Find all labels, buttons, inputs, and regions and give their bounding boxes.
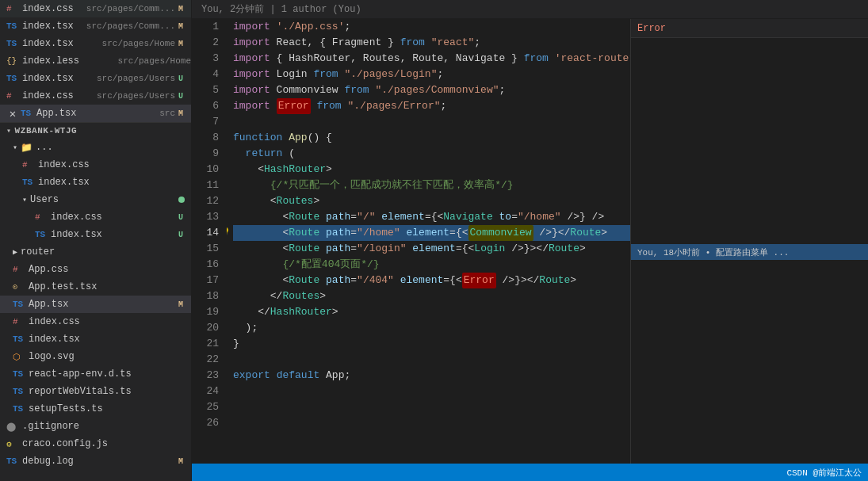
explorer-header[interactable]: ▾ WZBANK-WTJG: [0, 123, 191, 139]
blame-panel: Error You, 18小时前 • 配置路由菜单 ...: [630, 19, 868, 464]
less-icon: {}: [6, 56, 19, 66]
chevron-down-icon: ▾: [22, 195, 27, 204]
sidebar-item-index-tsx-comm[interactable]: TS index.tsx src/pages/Comm... M: [0, 17, 191, 35]
code-line-16: {/*配置404页面*/}: [233, 257, 630, 273]
sidebar-item-gitignore[interactable]: ⬤ .gitignore: [0, 418, 191, 435]
code-line-8: function App() {: [233, 130, 630, 146]
git-info-text: You, 2分钟前 | 1 author (You): [201, 2, 361, 16]
code-editor[interactable]: import './App.css'; import React, { Frag…: [227, 19, 630, 464]
blame-line-11: [631, 197, 868, 212]
ts-icon: TS: [13, 387, 25, 396]
sidebar-item-app-test[interactable]: ⊙ App.test.tsx: [0, 278, 191, 296]
code-line-15: <Route path="/login" element={<Login />}…: [233, 241, 630, 257]
statusbar: CSDN @前端江太公: [192, 464, 868, 481]
blame-line-20: [631, 339, 868, 355]
sidebar-item-app-tsx-tree[interactable]: TS App.tsx M: [0, 296, 191, 313]
code-line-11: {/*只匹配一个，匹配成功就不往下匹配，效率高*/}: [233, 178, 630, 193]
sidebar-item-index-tsx-users[interactable]: TS index.tsx src/pages/Users U: [0, 70, 191, 87]
file-tree: ▾ 📁 ... # index.css TS index.tsx ▾ Users…: [0, 139, 191, 481]
ts-icon: TS: [13, 404, 25, 414]
gitignore-icon: ⬤: [6, 422, 19, 432]
sidebar-item-report[interactable]: TS reportWebVitals.ts: [0, 383, 191, 400]
code-line-1: import './App.css';: [233, 19, 630, 35]
sidebar-item-react-env[interactable]: TS react-app-env.d.ts: [0, 365, 191, 383]
blame-line-13: [631, 228, 868, 244]
blame-line-22: [631, 371, 868, 387]
folder-router[interactable]: ▶ router: [0, 243, 191, 261]
test-icon: ⊙: [13, 282, 25, 292]
chevron-down-icon: ▾: [13, 143, 17, 152]
code-line-2: import React, { Fragment } from "react";: [233, 35, 630, 51]
ts-icon: TS: [13, 369, 25, 379]
blame-line-12: [631, 212, 868, 228]
blame-line-24: [631, 403, 868, 418]
css-icon: #: [13, 265, 25, 274]
close-icon[interactable]: ✕: [6, 107, 19, 120]
ts-icon: TS: [6, 456, 19, 466]
blame-line-1: [631, 38, 868, 54]
blame-line-5: [631, 101, 868, 117]
sidebar-item-index-css-comm[interactable]: # index.css src/pages/Comm... M: [0, 0, 191, 17]
code-line-6: import Error from "./pages/Error";: [233, 98, 630, 114]
blame-line-17: [631, 292, 868, 307]
css-icon: #: [13, 317, 25, 326]
sidebar-item-logo-svg[interactable]: ⬡ logo.svg: [0, 348, 191, 365]
code-line-18: </Routes>: [233, 288, 630, 304]
sidebar-item-index-tsx[interactable]: TS index.tsx: [0, 174, 191, 191]
git-info-bar: You, 2分钟前 | 1 author (You): [192, 0, 868, 19]
modified-dot: [178, 197, 185, 203]
code-line-9: return (: [233, 146, 630, 162]
explorer-root-label: WZBANK-WTJG: [15, 126, 78, 136]
code-line-19: </HashRouter>: [233, 304, 630, 320]
sidebar-item-app-tsx[interactable]: ✕ TS App.tsx src M: [0, 105, 191, 122]
sidebar-item-index-less-home[interactable]: {} index.less src/pages/Home: [0, 52, 191, 70]
code-line-3: import { HashRouter, Routes, Route, Navi…: [233, 51, 630, 67]
blame-line-7: [631, 133, 868, 149]
ts-icon: TS: [6, 39, 19, 48]
blame-line-19: [631, 323, 868, 339]
ts-icon: TS: [21, 109, 33, 118]
chevron-down-icon: ▾: [6, 126, 12, 136]
code-line-10: <HashRouter>: [233, 162, 630, 178]
ts-icon: TS: [6, 21, 19, 31]
blame-line-14: You, 18小时前 • 配置路由菜单 ...: [631, 244, 868, 260]
sidebar-item-app-css[interactable]: # App.css: [0, 261, 191, 278]
blame-line-9: [631, 165, 868, 181]
blame-line-25: [631, 418, 868, 434]
blame-line-26: [631, 434, 868, 450]
code-line-23: export default App;: [233, 368, 630, 384]
css-icon: #: [22, 160, 35, 170]
code-container[interactable]: 12345 678910 111213 14 1516171819 202122…: [192, 19, 868, 464]
sidebar: # index.css src/pages/Comm... M TS index…: [0, 0, 192, 481]
ts-icon: TS: [22, 178, 35, 187]
sidebar-item-index-css[interactable]: # index.css: [0, 156, 191, 174]
sidebar-item-index-css-root[interactable]: # index.css: [0, 313, 191, 330]
code-line-12: <Routes>: [233, 193, 630, 209]
ts-icon: TS: [6, 74, 19, 83]
sidebar-item-index-tsx-u[interactable]: TS index.tsx U: [0, 226, 191, 243]
code-line-17: <Route path="/404" element={<Error />}><…: [233, 273, 630, 288]
code-line-22: [233, 352, 630, 368]
sidebar-item-debug[interactable]: TS debug.log M: [0, 452, 191, 470]
sidebar-item-craco[interactable]: ⚙ craco.config.js: [0, 435, 191, 452]
css-icon: #: [6, 91, 19, 101]
sidebar-item-index-css-u[interactable]: # index.css U: [0, 208, 191, 226]
folder-users[interactable]: ▾ Users: [0, 191, 191, 208]
ts-icon: TS: [13, 300, 25, 309]
sidebar-item-setup[interactable]: TS setupTests.ts: [0, 400, 191, 418]
sidebar-item-index-css-users[interactable]: # index.css src/pages/Users U: [0, 87, 191, 105]
statusbar-csdn-text: CSDN @前端江太公: [786, 467, 862, 479]
sidebar-item-index-tsx-home[interactable]: TS index.tsx src/pages/Home M: [0, 35, 191, 52]
ts-icon: TS: [35, 230, 48, 239]
blame-header: Error: [631, 19, 868, 38]
blame-line-6: [631, 117, 868, 133]
svg-icon: ⬡: [13, 352, 25, 362]
folder-pages[interactable]: ▾ 📁 ...: [0, 139, 191, 156]
editor-area: You, 2分钟前 | 1 author (You) 12345 678910 …: [192, 0, 868, 481]
sidebar-item-index-tsx-root[interactable]: TS index.tsx: [0, 330, 191, 348]
blame-line-15: [631, 260, 868, 276]
chevron-right-icon: ▶: [13, 247, 17, 257]
blame-line-16: [631, 276, 868, 292]
code-line-25: [233, 399, 630, 415]
blame-line-3: [631, 70, 868, 86]
